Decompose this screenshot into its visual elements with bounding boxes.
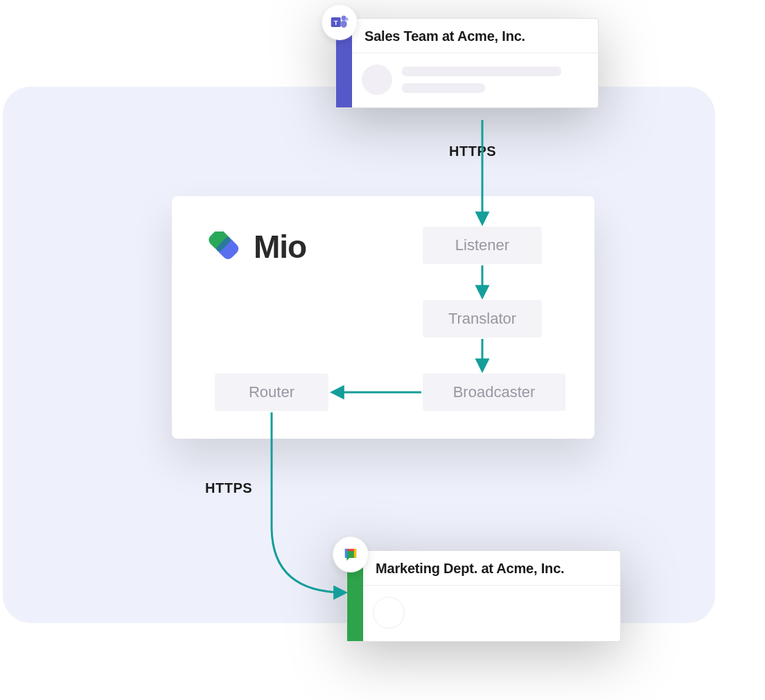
svg-rect-6 bbox=[341, 20, 347, 28]
step-router: Router bbox=[215, 374, 328, 411]
avatar bbox=[362, 64, 392, 95]
dest-card-title: Marketing Dept. at Acme, Inc. bbox=[363, 551, 620, 586]
step-listener: Listener bbox=[423, 227, 542, 264]
placeholder-line bbox=[414, 600, 574, 609]
svg-point-7 bbox=[345, 17, 348, 20]
protocol-inbound-label: HTTPS bbox=[449, 143, 496, 159]
avatar bbox=[373, 597, 405, 629]
google-chat-icon bbox=[333, 536, 369, 572]
source-message-card: T Sales Team at Acme, Inc. bbox=[335, 18, 599, 108]
mio-panel: Mio Listener Translator Broadcaster Rout… bbox=[172, 196, 595, 439]
teams-icon: T bbox=[322, 4, 358, 40]
protocol-outbound-label: HTTPS bbox=[205, 480, 252, 496]
dest-card-content bbox=[363, 586, 620, 641]
svg-text:T: T bbox=[334, 19, 338, 26]
source-card-title: Sales Team at Acme, Inc. bbox=[352, 19, 598, 53]
placeholder-line bbox=[402, 83, 485, 93]
step-translator: Translator bbox=[423, 300, 542, 338]
dest-message-card: Marketing Dept. at Acme, Inc. bbox=[346, 550, 621, 642]
source-card-content bbox=[352, 53, 598, 107]
svg-rect-9 bbox=[354, 549, 356, 558]
step-broadcaster: Broadcaster bbox=[423, 374, 565, 411]
mio-logo-mark bbox=[202, 231, 244, 262]
mio-logo-text: Mio bbox=[254, 228, 306, 265]
placeholder-line bbox=[414, 616, 498, 626]
svg-rect-10 bbox=[345, 549, 347, 558]
mio-logo: Mio bbox=[202, 228, 306, 265]
placeholder-line bbox=[402, 67, 561, 76]
